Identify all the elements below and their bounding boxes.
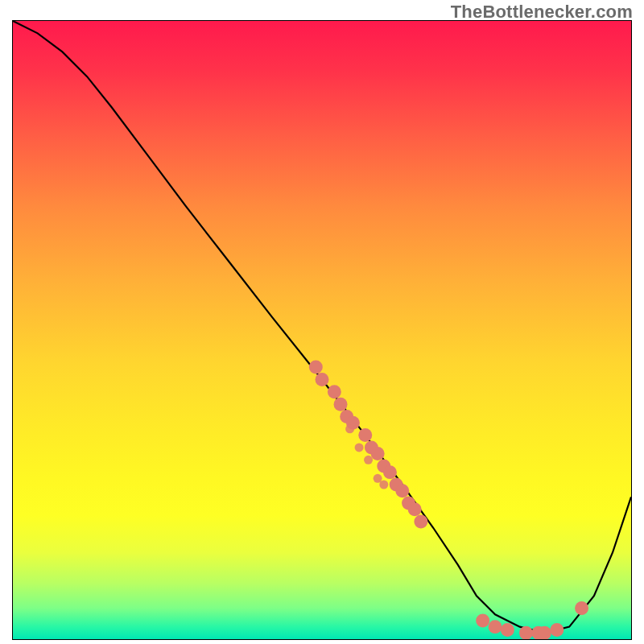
data-points-secondary [345, 424, 388, 489]
data-point-secondary [379, 481, 388, 489]
data-point-secondary [355, 443, 364, 452]
data-point [414, 515, 427, 529]
data-point [377, 459, 390, 473]
data-point [309, 361, 323, 374]
data-point [358, 428, 372, 442]
bottleneck-curve [13, 21, 631, 633]
data-point-secondary [374, 474, 382, 483]
data-point-secondary [364, 456, 373, 464]
plot-area [12, 20, 632, 640]
data-point [340, 410, 353, 423]
data-point [390, 478, 403, 492]
data-points [309, 361, 588, 639]
data-point [531, 626, 545, 639]
data-point [328, 385, 341, 398]
data-point [383, 465, 397, 479]
data-point [371, 447, 385, 460]
data-point [489, 620, 502, 634]
chart-svg [13, 21, 631, 639]
data-point [408, 502, 422, 516]
data-point [575, 601, 588, 615]
data-point-secondary [345, 424, 354, 433]
chart-stage: TheBottlenecker.com [0, 0, 644, 644]
data-point [476, 613, 489, 627]
data-point [402, 497, 415, 510]
data-point [519, 626, 533, 639]
data-point [395, 484, 409, 497]
data-point [346, 416, 360, 430]
data-point [365, 440, 378, 454]
data-point [501, 623, 514, 637]
data-point [550, 623, 564, 637]
data-point [334, 398, 348, 411]
data-point [538, 626, 551, 639]
data-point [316, 373, 329, 386]
